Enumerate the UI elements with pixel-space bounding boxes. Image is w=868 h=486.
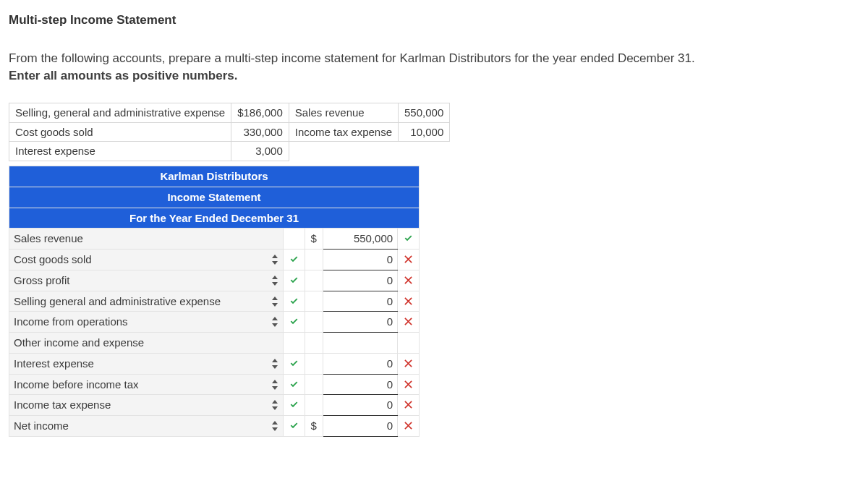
- given-accounts-table: Selling, general and administrative expe…: [9, 103, 450, 161]
- row-gross-profit: Gross profit 0: [9, 270, 420, 291]
- check-icon: [289, 398, 299, 411]
- row-cogs: Cost goods sold 0: [9, 250, 420, 270]
- amount-input[interactable]: 0: [323, 416, 397, 437]
- x-icon: [404, 419, 413, 432]
- amount-input[interactable]: 0: [323, 312, 397, 333]
- row-label: Gross profit: [14, 273, 70, 289]
- row-interest: Interest expense 0: [9, 353, 420, 374]
- row-label: Other income and expense: [14, 336, 144, 349]
- sort-icon[interactable]: [271, 400, 278, 410]
- amount-input[interactable]: 550,000: [323, 229, 397, 250]
- instructions-line-2: Enter all amounts as positive numbers.: [9, 69, 237, 82]
- amount-empty: [323, 333, 397, 354]
- x-icon: [404, 378, 413, 391]
- x-icon: [404, 315, 413, 328]
- check-icon: [289, 315, 299, 328]
- row-label: Selling general and administrative expen…: [14, 294, 221, 310]
- row-label: Cost goods sold: [14, 252, 92, 268]
- row-label: Income from operations: [14, 314, 128, 330]
- check-icon: [289, 357, 299, 370]
- dollar-sign: $: [305, 229, 323, 250]
- given-cell: $186,000: [231, 103, 289, 122]
- row-sales-revenue: Sales revenue $ 550,000: [9, 229, 420, 250]
- sort-icon[interactable]: [271, 255, 278, 265]
- amount-input[interactable]: 0: [323, 395, 397, 416]
- given-cell: 550,000: [399, 103, 450, 122]
- check-icon: [289, 419, 299, 432]
- amount-input[interactable]: 0: [323, 270, 397, 291]
- x-icon: [404, 357, 413, 370]
- amount-input[interactable]: 0: [323, 291, 397, 312]
- check-icon: [289, 378, 299, 391]
- given-cell: 10,000: [399, 122, 450, 142]
- check-icon: [289, 253, 299, 265]
- given-cell: 330,000: [231, 122, 289, 142]
- row-label: Income before income tax: [14, 377, 139, 393]
- given-cell: Income tax expense: [289, 122, 398, 142]
- dollar-sign: $: [305, 416, 323, 437]
- amount-input[interactable]: 0: [323, 353, 397, 374]
- check-icon: [404, 232, 413, 244]
- x-icon: [404, 398, 413, 411]
- x-icon: [404, 253, 413, 265]
- amount-input[interactable]: 0: [323, 374, 397, 395]
- sort-icon[interactable]: [271, 276, 278, 286]
- given-cell: Cost goods sold: [9, 122, 231, 142]
- row-other: Other income and expense: [9, 333, 420, 354]
- x-icon: [404, 274, 413, 286]
- row-label: Interest expense: [14, 356, 94, 372]
- instructions-line-1: From the following accounts, prepare a m…: [9, 51, 695, 65]
- sort-icon[interactable]: [271, 421, 278, 431]
- row-net-income: Net income $ 0: [9, 416, 420, 437]
- stmt-header-title: Income Statement: [9, 187, 420, 208]
- sort-icon[interactable]: [271, 359, 278, 369]
- row-label: Sales revenue: [14, 232, 83, 244]
- given-cell: Selling, general and administrative expe…: [9, 103, 231, 122]
- given-cell: Sales revenue: [289, 103, 398, 122]
- sort-icon[interactable]: [271, 317, 278, 327]
- row-label: Income tax expense: [14, 397, 111, 413]
- check-icon: [289, 295, 299, 307]
- row-sga: Selling general and administrative expen…: [9, 291, 420, 312]
- instructions: From the following accounts, prepare a m…: [9, 50, 859, 85]
- given-cell: Interest expense: [9, 142, 231, 161]
- stmt-header-period: For the Year Ended December 31: [9, 208, 420, 229]
- given-cell: 3,000: [231, 142, 289, 161]
- row-before-tax: Income before income tax 0: [9, 374, 420, 395]
- sort-icon[interactable]: [271, 380, 278, 390]
- stmt-header-company: Karlman Distributors: [9, 166, 420, 187]
- row-tax: Income tax expense 0: [9, 395, 420, 416]
- income-statement-table: Karlman Distributors Income Statement Fo…: [9, 166, 420, 437]
- check-icon: [289, 274, 299, 286]
- page-title: Multi-step Income Statement: [9, 12, 859, 30]
- sort-icon[interactable]: [271, 297, 278, 307]
- row-label: Net income: [14, 418, 69, 434]
- amount-input[interactable]: 0: [323, 250, 397, 270]
- row-income-ops: Income from operations 0: [9, 312, 420, 333]
- x-icon: [404, 295, 413, 307]
